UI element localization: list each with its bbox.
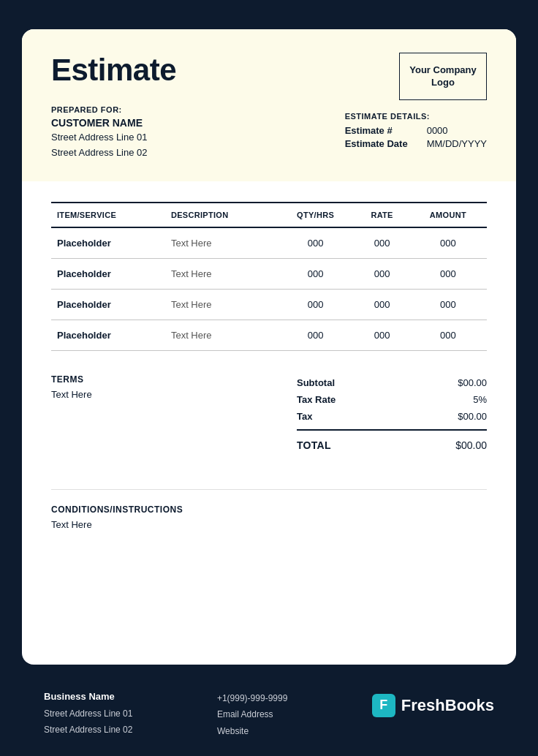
header-right: Your Company Logo ESTIMATE DETAILS: Esti…	[345, 53, 487, 151]
footer-address-line2: Street Address Line 02	[44, 722, 132, 737]
main-content: ITEM/SERVICE DESCRIPTION QTY/HRS RATE AM…	[22, 181, 516, 489]
row-item: Placeholder	[51, 289, 165, 320]
col-amount: AMOUNT	[409, 203, 487, 227]
row-amount: 000	[409, 289, 487, 320]
subtotal-row: Subtotal $00.00	[297, 374, 487, 391]
row-amount: 000	[409, 320, 487, 350]
row-description: Text Here	[165, 258, 276, 289]
footer-address-line1: Street Address Line 01	[44, 706, 132, 721]
table-header: ITEM/SERVICE DESCRIPTION QTY/HRS RATE AM…	[51, 203, 487, 227]
header-section: Estimate PREPARED FOR: CUSTOMER NAME Str…	[22, 29, 516, 181]
table-row: Placeholder Text Here 000 000 000	[51, 320, 487, 350]
customer-name: CUSTOMER NAME	[51, 117, 176, 129]
row-amount: 000	[409, 258, 487, 289]
table-row: Placeholder Text Here 000 000 000	[51, 289, 487, 320]
tax-rate-label: Tax Rate	[297, 394, 336, 405]
table-row: Placeholder Text Here 000 000 000	[51, 227, 487, 259]
estimate-date-row: Estimate Date MM/DD/YYYY	[345, 138, 487, 149]
tax-rate-row: Tax Rate 5%	[297, 391, 487, 408]
footer-website: Website	[217, 724, 287, 738]
company-logo: Your Company Logo	[399, 53, 487, 100]
table-row: Placeholder Text Here 000 000 000	[51, 258, 487, 289]
freshbooks-icon: F	[372, 694, 395, 717]
conditions-text: Text Here	[51, 519, 487, 530]
footer-left: Business Name Street Address Line 01 Str…	[44, 691, 132, 738]
row-rate: 000	[355, 320, 409, 350]
footer-right: F FreshBooks	[372, 694, 494, 717]
tax-label: Tax	[297, 411, 312, 422]
estimate-document: Estimate PREPARED FOR: CUSTOMER NAME Str…	[22, 29, 516, 665]
col-description: DESCRIPTION	[165, 203, 276, 227]
row-rate: 000	[355, 289, 409, 320]
freshbooks-brand: FreshBooks	[401, 696, 494, 715]
row-qty: 000	[276, 320, 355, 350]
col-rate: RATE	[355, 203, 409, 227]
terms-section: TERMS Text Here	[51, 374, 297, 400]
estimate-number-row: Estimate # 0000	[345, 125, 487, 136]
row-qty: 000	[276, 258, 355, 289]
address-line-2: Street Address Line 02	[51, 145, 176, 161]
total-row: TOTAL $00.00	[297, 435, 487, 451]
totals-section: Subtotal $00.00 Tax Rate 5% Tax $00.00 T…	[297, 374, 487, 451]
totals-divider	[297, 429, 487, 431]
row-qty: 000	[276, 227, 355, 259]
tax-value: $00.00	[458, 411, 487, 422]
estimate-number-value: 0000	[427, 125, 448, 136]
subtotal-value: $00.00	[458, 377, 487, 388]
conditions-section: CONDITIONS/INSTRUCTIONS Text Here	[22, 504, 516, 553]
estimate-number-label: Estimate #	[345, 125, 418, 136]
document-title: Estimate	[51, 53, 176, 88]
footer-business-name: Business Name	[44, 691, 132, 702]
table-header-row: ITEM/SERVICE DESCRIPTION QTY/HRS RATE AM…	[51, 203, 487, 227]
row-item: Placeholder	[51, 227, 165, 259]
col-qty: QTY/HRS	[276, 203, 355, 227]
header-left: Estimate PREPARED FOR: CUSTOMER NAME Str…	[51, 53, 176, 161]
page-footer: Business Name Street Address Line 01 Str…	[22, 670, 516, 756]
estimate-date-value: MM/DD/YYYY	[427, 138, 487, 149]
tax-rate-value: 5%	[473, 394, 487, 405]
footer-email: Email Address	[217, 707, 287, 722]
total-label: TOTAL	[297, 439, 331, 451]
tax-row: Tax $00.00	[297, 408, 487, 425]
row-rate: 000	[355, 227, 409, 259]
bottom-section: TERMS Text Here Subtotal $00.00 Tax Rate…	[51, 371, 487, 451]
row-description: Text Here	[165, 289, 276, 320]
row-amount: 000	[409, 227, 487, 259]
row-item: Placeholder	[51, 320, 165, 350]
table-body: Placeholder Text Here 000 000 000 Placeh…	[51, 227, 487, 351]
prepared-for-label: PREPARED FOR:	[51, 105, 176, 114]
address-line-1: Street Address Line 01	[51, 130, 176, 145]
estimate-date-label: Estimate Date	[345, 138, 418, 149]
row-qty: 000	[276, 289, 355, 320]
terms-label: TERMS	[51, 374, 297, 385]
conditions-separator	[51, 489, 487, 490]
freshbooks-logo: F FreshBooks	[372, 694, 494, 717]
footer-middle: +1(999)-999-9999 Email Address Website	[217, 691, 287, 738]
terms-text: Text Here	[51, 389, 297, 400]
estimate-details: ESTIMATE DETAILS: Estimate # 0000 Estima…	[345, 112, 487, 151]
row-description: Text Here	[165, 320, 276, 350]
items-table: ITEM/SERVICE DESCRIPTION QTY/HRS RATE AM…	[51, 202, 487, 351]
total-value: $00.00	[455, 439, 487, 451]
row-rate: 000	[355, 258, 409, 289]
subtotal-label: Subtotal	[297, 377, 335, 388]
row-item: Placeholder	[51, 258, 165, 289]
conditions-label: CONDITIONS/INSTRUCTIONS	[51, 504, 487, 515]
footer-phone: +1(999)-999-9999	[217, 691, 287, 706]
estimate-details-label: ESTIMATE DETAILS:	[345, 112, 487, 121]
col-item: ITEM/SERVICE	[51, 203, 165, 227]
row-description: Text Here	[165, 227, 276, 259]
